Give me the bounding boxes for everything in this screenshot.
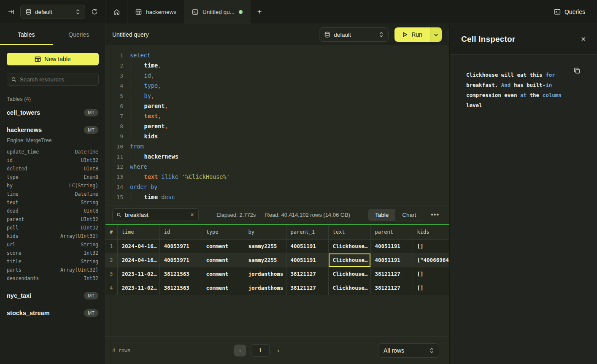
column-header[interactable]: by [244, 225, 286, 239]
table-cell[interactable]: Clickhouse… [328, 253, 370, 267]
tab-hackernews[interactable]: hackernews [128, 0, 184, 24]
column-header[interactable]: id [159, 225, 202, 239]
table-cell[interactable]: sammy2255 [244, 239, 286, 253]
table-cell[interactable]: 38121127 [286, 267, 328, 281]
column-header[interactable]: parent_1 [286, 225, 328, 239]
table-cell[interactable]: ["40066964… [413, 253, 449, 267]
column-type: Array(UInt32) [60, 233, 98, 239]
column-row[interactable]: kidsArray(UInt32) [7, 232, 98, 240]
page-number-input[interactable] [251, 344, 270, 357]
column-header[interactable]: # [105, 225, 117, 239]
table-cell[interactable]: Clickhouse… [328, 267, 370, 281]
database-select[interactable]: default [20, 5, 85, 19]
column-header[interactable]: time [117, 225, 159, 239]
column-row[interactable]: deadUInt8 [7, 207, 98, 215]
queries-button[interactable]: Queries [554, 8, 585, 15]
query-database-select[interactable]: default [319, 27, 389, 42]
sidebar-tab-queries[interactable]: Queries [53, 24, 105, 45]
table-cell[interactable]: 40051191 [370, 239, 413, 253]
clear-search-icon[interactable]: ✕ [190, 212, 194, 218]
column-row[interactable]: scoreInt32 [7, 249, 98, 257]
table-item[interactable]: stocks_streamMT [7, 306, 98, 320]
column-row[interactable]: descendantsInt32 [7, 274, 98, 283]
table-cell[interactable]: 2024-04-16… [117, 239, 159, 253]
cell-inspector-body: Clickhouse will eat this for breakfast. … [450, 55, 597, 111]
table-cell[interactable]: 38121563 [159, 267, 202, 281]
table-cell[interactable]: 38121127 [370, 267, 413, 281]
run-button[interactable]: Run [394, 27, 430, 42]
table-cell[interactable]: jordanthoms [244, 281, 286, 295]
view-toggle-table[interactable]: Table [368, 209, 395, 221]
column-header[interactable]: parent [370, 225, 413, 239]
results-search-input[interactable] [125, 212, 186, 218]
table-cell[interactable]: [] [413, 239, 449, 253]
table-cell[interactable]: 38121563 [159, 281, 202, 295]
run-options-button[interactable] [430, 27, 442, 42]
table-item[interactable]: nyc_taxiMT [7, 289, 98, 302]
editor-line: 7 text, [112, 111, 449, 121]
tab-home[interactable] [105, 0, 128, 24]
column-row[interactable]: timeDateTime [7, 190, 98, 198]
table-cell[interactable]: 40053971 [159, 239, 202, 253]
column-name: time [7, 191, 19, 197]
view-toggle-chart[interactable]: Chart [395, 209, 423, 221]
code-token: order by [130, 183, 157, 190]
table-item[interactable]: hackernewsMT [7, 123, 98, 137]
column-header[interactable]: type [202, 225, 244, 239]
column-row[interactable]: titleString [7, 257, 98, 266]
column-row[interactable]: parentUInt32 [7, 215, 98, 224]
table-cell[interactable]: comment [202, 267, 244, 281]
table-cell[interactable]: jordanthoms [244, 267, 286, 281]
line-number: 15 [112, 194, 123, 200]
column-row[interactable]: partsArray(UInt32) [7, 266, 98, 274]
page-size-select[interactable]: All rows [378, 343, 439, 358]
table-cell[interactable]: comment [202, 239, 244, 253]
table-cell[interactable]: Clickhouse… [328, 239, 370, 253]
table-cell[interactable]: [] [413, 267, 449, 281]
new-tab-button[interactable]: + [251, 0, 269, 24]
table-cell[interactable]: 40053971 [159, 253, 202, 267]
column-row[interactable]: update_timeDateTime [7, 148, 98, 156]
results-table: #timeidtypebyparent_1textparentkids 1202… [105, 224, 449, 295]
column-row[interactable]: deletedUInt8 [7, 164, 98, 173]
column-row[interactable]: pollUInt32 [7, 224, 98, 232]
sidebar-tab-tables[interactable]: Tables [0, 24, 53, 45]
engine-badge: MT [84, 126, 98, 134]
next-page-button[interactable]: › [275, 347, 282, 354]
table-cell[interactable]: 2023-11-02… [117, 281, 159, 295]
collapse-sidebar-icon[interactable] [8, 8, 14, 15]
table-cell[interactable]: sammy2255 [244, 253, 286, 267]
table-cell[interactable]: Clickhouse… [328, 281, 370, 295]
refresh-icon[interactable] [91, 8, 98, 15]
close-icon[interactable]: ✕ [581, 35, 586, 43]
column-header[interactable]: kids [413, 225, 449, 239]
column-row[interactable]: typeEnum8 [7, 173, 98, 181]
results-search[interactable]: ✕ [112, 208, 199, 221]
column-row[interactable]: idUInt32 [7, 156, 98, 164]
sql-editor[interactable]: 1select2 time,3 id,4 type,5 by,6 parent,… [105, 45, 449, 205]
prev-page-button[interactable]: ‹ [234, 345, 246, 356]
table-cell[interactable]: 40051191 [370, 253, 413, 267]
table-cell[interactable]: 2024-04-16… [117, 253, 159, 267]
line-code: select [130, 52, 151, 59]
table-cell[interactable]: 38121127 [370, 281, 413, 295]
sidebar-search[interactable] [7, 73, 99, 86]
table-cell[interactable]: 40051191 [286, 253, 328, 267]
column-row[interactable]: byLC(String) [7, 181, 98, 190]
copy-icon[interactable] [574, 67, 580, 74]
new-table-button[interactable]: New table [7, 53, 99, 65]
tab-untitled-query[interactable]: Untitled qu... [184, 0, 251, 24]
table-cell[interactable]: 2023-11-02… [117, 267, 159, 281]
table-cell[interactable]: [] [413, 281, 449, 295]
more-options-icon[interactable]: ••• [431, 211, 439, 218]
column-row[interactable]: urlString [7, 240, 98, 249]
column-row[interactable]: textString [7, 198, 98, 207]
table-cell[interactable]: comment [202, 281, 244, 295]
table-cell[interactable]: comment [202, 253, 244, 267]
sidebar-search-input[interactable] [20, 76, 94, 83]
column-header[interactable]: text [328, 225, 370, 239]
table-item[interactable]: cell_towersMT [7, 105, 98, 119]
table-cell[interactable]: 40051191 [286, 239, 328, 253]
database-icon [324, 32, 330, 38]
table-cell[interactable]: 38121127 [286, 281, 328, 295]
